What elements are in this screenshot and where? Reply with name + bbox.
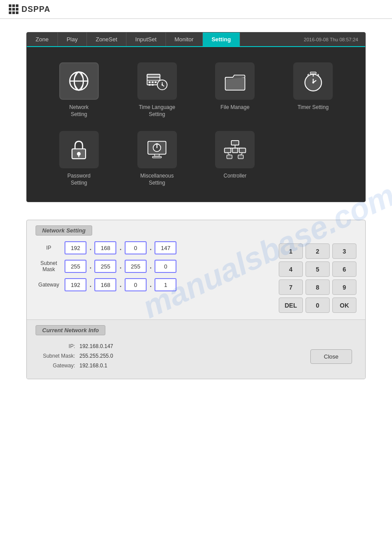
svg-rect-30 (155, 154, 159, 156)
info-rows: IP: 192.168.0.147 Subnet Mask: 255.255.2… (36, 341, 297, 372)
tab-play[interactable]: Play (58, 33, 87, 46)
gateway-octet-1[interactable]: 192 (65, 278, 86, 291)
tab-zoneset[interactable]: ZoneSet (87, 33, 126, 46)
logo: DSPPA (9, 4, 50, 14)
icon-timer-label: Timer Setting (298, 104, 329, 111)
ip-dot-3: . (149, 244, 152, 252)
subnet-octet-4[interactable]: 0 (155, 260, 176, 273)
gateway-label: Gateway (36, 282, 62, 288)
gateway-dot-3: . (149, 281, 152, 289)
icon-controller-box (215, 131, 255, 168)
svg-point-20 (312, 82, 314, 83)
info-ip-row: IP: 192.168.0.147 (36, 343, 297, 349)
logo-text: DSPPA (22, 5, 50, 14)
ip-octet-3[interactable]: 0 (125, 241, 147, 254)
num-btn-ok[interactable]: OK (332, 297, 356, 313)
subnet-label: SubnetMask (36, 260, 62, 273)
ip-label: IP (36, 245, 62, 251)
ip-octet-1[interactable]: 192 (65, 241, 86, 254)
gateway-dot-1: . (89, 281, 92, 289)
ip-row: IP 192 . 168 . 0 . 147 (36, 241, 270, 254)
network-icon (67, 69, 91, 93)
icon-time-box (137, 62, 177, 100)
num-btn-3[interactable]: 3 (332, 243, 356, 259)
close-button[interactable]: Close (310, 349, 352, 364)
icons-grid: NetworkSetting (27, 47, 365, 202)
icon-network-setting[interactable]: NetworkSetting (40, 56, 118, 124)
network-setting-section: Network Setting IP 192 . 168 . 0 . 147 (27, 220, 365, 319)
ip-octet-4[interactable]: 147 (155, 241, 176, 254)
icon-password-setting[interactable]: PasswordSetting (40, 124, 118, 193)
tab-setting[interactable]: Setting (203, 33, 240, 46)
icon-network-label: NetworkSetting (69, 104, 89, 118)
num-btn-7[interactable]: 7 (279, 279, 303, 295)
subnet-octet-1[interactable]: 255 (65, 260, 86, 273)
tab-zone[interactable]: Zone (27, 33, 58, 46)
icon-misc-label: MiscellaneousSetting (140, 173, 174, 186)
subnet-dot-1: . (89, 262, 92, 270)
logo-icon (9, 4, 18, 14)
subnet-octet-2[interactable]: 255 (94, 260, 116, 273)
num-btn-2[interactable]: 2 (306, 243, 330, 259)
icon-controller[interactable]: Controller (196, 124, 274, 193)
subnet-row: SubnetMask 255 . 255 . 255 . 0 (36, 260, 270, 273)
ip-dot-2: . (119, 244, 122, 252)
controller-icon (223, 138, 247, 162)
close-btn-area: Close (306, 341, 356, 372)
current-info-section: Current Network Info IP: 192.168.0.147 S… (27, 319, 365, 379)
icon-file-manage[interactable]: File Manage (196, 56, 274, 124)
svg-rect-32 (231, 141, 239, 145)
settings-panel: Zone Play ZoneSet InputSet Monitor Setti… (26, 32, 366, 202)
gateway-octet-2[interactable]: 168 (94, 278, 116, 291)
tab-bar: Zone Play ZoneSet InputSet Monitor Setti… (27, 33, 365, 47)
icon-controller-label: Controller (223, 173, 246, 180)
num-btn-0[interactable]: 0 (306, 297, 330, 313)
num-btn-del[interactable]: DEL (279, 297, 303, 313)
numpad: 1 2 3 4 5 6 7 8 9 DEL 0 OK (279, 241, 356, 313)
svg-rect-21 (310, 72, 316, 74)
icon-file-box (215, 62, 255, 100)
svg-rect-6 (149, 81, 151, 83)
svg-rect-8 (155, 81, 156, 83)
svg-rect-35 (232, 148, 237, 152)
current-info-title: Current Network Info (36, 325, 105, 335)
gateway-octet-4[interactable]: 1 (155, 278, 176, 291)
icon-time-language[interactable]: Time LanguageSetting (118, 56, 196, 124)
info-subnet-key: Subnet Mask: (36, 353, 75, 359)
password-icon (67, 138, 91, 162)
gateway-octet-3[interactable]: 0 (125, 278, 147, 291)
tab-monitor[interactable]: Monitor (166, 33, 203, 46)
icon-timer-box (293, 62, 333, 100)
current-info-body: IP: 192.168.0.147 Subnet Mask: 255.255.2… (27, 339, 365, 379)
icon-password-label: PasswordSetting (68, 173, 91, 186)
ip-octet-2[interactable]: 168 (94, 241, 116, 254)
info-ip-val: 192.168.0.147 (79, 343, 113, 349)
gateway-dot-2: . (119, 281, 122, 289)
svg-rect-7 (152, 81, 154, 83)
info-ip-key: IP: (36, 343, 75, 349)
svg-point-14 (162, 84, 163, 85)
icon-password-box (59, 131, 99, 168)
time-language-icon (145, 69, 169, 93)
icon-misc-box (137, 131, 177, 168)
num-btn-8[interactable]: 8 (306, 279, 330, 295)
network-setting-title: Network Setting (36, 225, 92, 236)
gateway-row: Gateway 192 . 168 . 0 . 1 (36, 278, 270, 291)
num-btn-6[interactable]: 6 (332, 261, 356, 277)
svg-rect-40 (227, 155, 232, 159)
num-btn-1[interactable]: 1 (279, 243, 303, 259)
network-dialog: Network Setting IP 192 . 168 . 0 . 147 (26, 220, 366, 379)
icon-miscellaneous[interactable]: MiscellaneousSetting (118, 124, 196, 193)
file-manage-icon (223, 69, 247, 93)
icon-network-box (59, 62, 99, 100)
num-btn-9[interactable]: 9 (332, 279, 356, 295)
num-btn-5[interactable]: 5 (306, 261, 330, 277)
icon-timer-setting[interactable]: Timer Setting (274, 56, 352, 124)
header: DSPPA (0, 0, 392, 19)
subnet-octet-3[interactable]: 255 (125, 260, 147, 273)
svg-rect-41 (238, 155, 243, 159)
svg-rect-34 (224, 148, 231, 152)
num-btn-4[interactable]: 4 (279, 261, 303, 277)
subnet-dot-2: . (119, 262, 122, 270)
tab-inputset[interactable]: InputSet (126, 33, 165, 46)
